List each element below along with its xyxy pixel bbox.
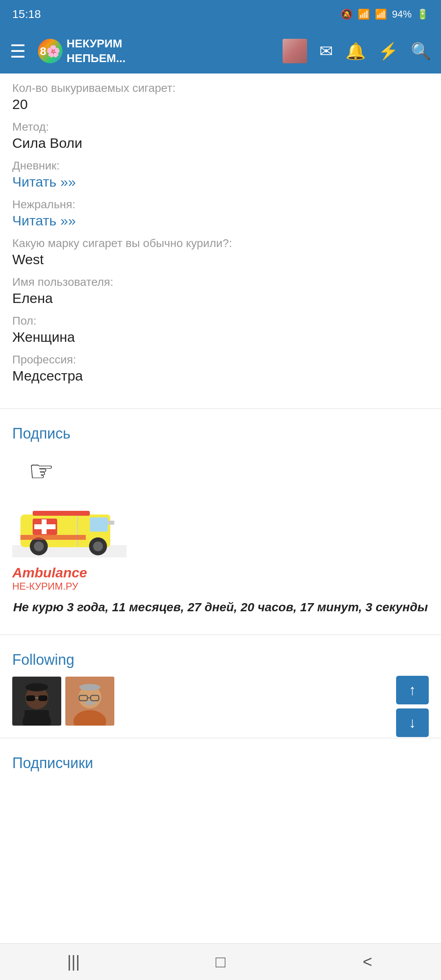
messages-icon[interactable]: ✉ [319, 42, 333, 60]
signature-title: Подпись [12, 425, 429, 442]
scroll-down-button[interactable]: ↓ [396, 708, 429, 737]
nav-logo: 8🌸 НЕКУРИМ НЕПЬЕМ... [38, 36, 274, 66]
svg-point-11 [93, 541, 103, 551]
field-nezhalnya: Нежральня: Читать »» [12, 198, 429, 229]
nav-menu-icon: ||| [67, 953, 80, 971]
nav-home-button[interactable]: □ [196, 946, 245, 978]
svg-point-29 [79, 684, 100, 690]
field-username: Имя пользователя: Елена [12, 276, 429, 306]
svg-rect-18 [26, 695, 35, 701]
signal-icon: 📶 [375, 9, 387, 20]
avatar-2-svg [65, 677, 114, 726]
battery-text: 94% [392, 9, 412, 20]
username-value: Елена [12, 290, 429, 306]
field-profession: Профессия: Медсестра [12, 353, 429, 384]
divider-2 [0, 635, 441, 635]
field-gender: Пол: Женщина [12, 314, 429, 345]
following-avatars [12, 677, 429, 726]
user-avatar[interactable] [283, 39, 307, 63]
ambulance-brand: Ambulance НЕ-КУРИМ.РУ [12, 565, 87, 592]
search-icon[interactable]: 🔍 [411, 42, 431, 61]
avatar-image [283, 39, 307, 63]
field-method: Метод: Сила Воли [12, 120, 429, 151]
nav-back-icon: < [363, 953, 372, 971]
following-title: Following [12, 651, 429, 668]
status-icons: 🔕 📶 📶 94% 🔋 [341, 9, 429, 20]
signature-section: Подпись ☞ [0, 417, 441, 626]
gender-label: Пол: [12, 314, 429, 327]
ambulance-image [12, 492, 127, 561]
hand-pointer-icon: ☞ [29, 454, 54, 488]
svg-rect-12 [33, 511, 90, 516]
hamburger-menu[interactable]: ☰ [10, 41, 26, 62]
following-avatar-1[interactable] [12, 677, 61, 726]
notifications-icon[interactable]: 🔔 [345, 42, 366, 61]
profession-label: Профессия: [12, 353, 429, 366]
brand-value: West [12, 252, 429, 267]
subscribers-title: Подписчики [12, 755, 429, 772]
svg-rect-14 [108, 521, 114, 525]
svg-point-9 [34, 541, 44, 551]
profile-content: Кол-во выкуриваемых сигарет: 20 Метод: С… [0, 74, 441, 400]
battery-icon: 🔋 [416, 9, 429, 20]
svg-rect-6 [42, 519, 47, 534]
svg-rect-3 [90, 517, 108, 532]
logo-text: НЕКУРИМ НЕПЬЕМ... [67, 36, 125, 66]
nezhalnya-link[interactable]: Читать »» [12, 213, 76, 228]
divider-1 [0, 408, 441, 409]
field-brand: Какую марку сигарет вы обычно курили?: W… [12, 237, 429, 267]
scroll-buttons: ↑ ↓ [396, 676, 429, 737]
scroll-up-button[interactable]: ↑ [396, 676, 429, 704]
signature-area: ☞ [12, 450, 429, 618]
svg-point-30 [85, 701, 95, 705]
method-value: Сила Воли [12, 135, 429, 151]
brand-label: Какую марку сигарет вы обычно курили?: [12, 237, 429, 250]
username-label: Имя пользователя: [12, 276, 429, 289]
nezhalnya-label: Нежральня: [12, 198, 429, 211]
profession-value: Медсестра [12, 368, 429, 384]
field-diary: Дневник: Читать »» [12, 159, 429, 190]
navbar: ☰ 8🌸 НЕКУРИМ НЕПЬЕМ... ✉ 🔔 ⚡ 🔍 [0, 29, 441, 74]
svg-rect-19 [38, 695, 47, 701]
nav-back-button[interactable]: < [343, 946, 392, 978]
mute-icon: 🔕 [341, 9, 353, 20]
svg-rect-22 [24, 710, 49, 726]
wifi-icon: 📶 [358, 9, 370, 20]
field-cigarettes: Кол-во выкуриваемых сигарет: 20 [12, 82, 429, 112]
gender-value: Женщина [12, 329, 429, 345]
brand-nekurim-text: НЕ-КУРИМ.РУ [12, 581, 87, 592]
status-time: 15:18 [12, 8, 41, 21]
signature-text: Не курю 3 года, 11 месяцев, 27 дней, 20 … [12, 600, 429, 614]
nav-menu-button[interactable]: ||| [49, 946, 98, 978]
divider-3 [0, 738, 441, 738]
method-label: Метод: [12, 120, 429, 134]
cigarettes-label: Кол-во выкуриваемых сигарет: [12, 82, 429, 95]
svg-point-21 [25, 683, 48, 691]
logo-icon: 8🌸 [38, 39, 62, 63]
status-bar: 15:18 🔕 📶 📶 94% 🔋 [0, 0, 441, 29]
avatar-1-svg [12, 677, 61, 726]
subscribers-section: Подписчики [0, 746, 441, 788]
following-avatar-2[interactable] [65, 677, 114, 726]
ambulance-svg [12, 492, 127, 557]
lightning-icon[interactable]: ⚡ [378, 42, 399, 61]
svg-rect-13 [20, 535, 86, 540]
cigarettes-value: 20 [12, 96, 429, 112]
following-section: Following [0, 643, 441, 730]
brand-ambulance-text: Ambulance [12, 565, 87, 581]
nav-home-icon: □ [216, 953, 225, 971]
bottom-nav: ||| □ < [0, 943, 441, 980]
nav-icons: ✉ 🔔 ⚡ 🔍 [283, 39, 431, 63]
diary-link[interactable]: Читать »» [12, 174, 76, 189]
diary-label: Дневник: [12, 159, 429, 172]
